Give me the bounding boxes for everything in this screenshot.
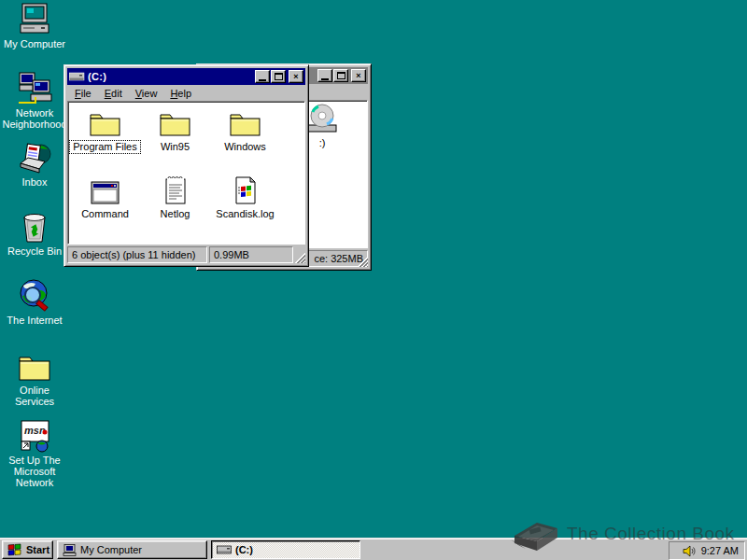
- folder-icon: [90, 105, 120, 137]
- recycle-bin-icon: [19, 210, 50, 244]
- taskbar: Start My Computer (C:): [0, 538, 747, 560]
- folder-icon: [230, 105, 261, 137]
- inbox-icon: [17, 141, 52, 175]
- desktop-icon-label: Recycle Bin: [7, 245, 62, 257]
- desktop-icon-label: The Internet: [7, 315, 62, 326]
- speaker-icon: [683, 545, 696, 557]
- resize-grip[interactable]: [293, 251, 305, 263]
- start-label: Start: [26, 544, 49, 555]
- file-item-netlog[interactable]: Netlog: [140, 173, 210, 220]
- desktop-icon-msn-setup[interactable]: msn Set Up The Microsoft Network: [0, 419, 69, 488]
- file-item-command[interactable]: Command: [70, 173, 140, 220]
- desktop-icon-label: Network Neighborhood: [1, 107, 68, 130]
- c-window-statusbar: 6 object(s) (plus 11 hidden) 0.99MB: [67, 246, 305, 263]
- file-label: Netlog: [158, 208, 193, 220]
- windows-flag-icon: [7, 543, 22, 556]
- file-item-scandisk-log[interactable]: Scandisk.log: [210, 173, 280, 220]
- desktop-icon-label: Set Up The Microsoft Network: [1, 455, 68, 488]
- desktop-icon-the-internet[interactable]: The Internet: [0, 279, 69, 326]
- start-button[interactable]: Start: [2, 540, 53, 559]
- desktop-icon-my-computer[interactable]: My Computer: [0, 3, 69, 49]
- the-internet-icon: [17, 279, 52, 313]
- c-drive-window[interactable]: (C:) × File Edit View Help: [63, 64, 309, 267]
- file-label: Scandisk.log: [213, 208, 276, 220]
- close-button[interactable]: ×: [351, 69, 366, 82]
- notepad-document-icon: [164, 173, 187, 204]
- system-tray[interactable]: 9:27 AM: [669, 541, 745, 560]
- maximize-button[interactable]: [333, 69, 348, 82]
- c-window-menubar: File Edit View Help: [67, 85, 305, 101]
- my-computer-small-icon: [63, 544, 77, 556]
- c-window-title: (C:): [88, 71, 252, 82]
- status-size: 0.99MB: [209, 246, 293, 263]
- desktop-icon-inbox[interactable]: Inbox: [0, 141, 69, 188]
- file-label: Windows: [221, 141, 269, 153]
- log-document-icon: [234, 173, 257, 204]
- taskbar-task-my-computer[interactable]: My Computer: [57, 540, 207, 559]
- cd-drive-icon: [304, 103, 340, 134]
- network-neighborhood-icon: [17, 72, 52, 105]
- desktop-icon-network-neighborhood[interactable]: Network Neighborhood: [0, 72, 69, 130]
- file-label: Command: [78, 208, 132, 220]
- desktop-icon-recycle-bin[interactable]: Recycle Bin: [0, 210, 69, 257]
- maximize-button[interactable]: [271, 70, 286, 83]
- close-icon: ×: [293, 72, 298, 81]
- desktop[interactable]: My Computer Network Neighborhood: [0, 0, 747, 560]
- status-object-count: 6 object(s) (plus 11 hidden): [67, 246, 207, 263]
- desktop-icon-label: Inbox: [22, 176, 48, 188]
- menu-edit[interactable]: Edit: [98, 86, 129, 101]
- close-button[interactable]: ×: [289, 70, 303, 83]
- file-label: Win95: [158, 141, 192, 153]
- task-label: My Computer: [80, 544, 142, 555]
- tray-clock[interactable]: 9:27 AM: [701, 545, 739, 556]
- taskbar-task-c-drive[interactable]: (C:): [211, 540, 360, 559]
- online-services-folder-icon: [18, 349, 51, 383]
- menu-help[interactable]: Help: [163, 86, 198, 101]
- resize-grip[interactable]: [356, 255, 368, 267]
- drive-small-icon: [217, 545, 232, 554]
- folder-icon: [160, 105, 190, 137]
- file-item-program-files[interactable]: Program Files: [70, 105, 140, 153]
- desktop-icon-label: My Computer: [4, 38, 65, 49]
- msn-icon: msn: [18, 419, 51, 453]
- file-item-windows[interactable]: Windows: [210, 105, 280, 153]
- c-window-titlebar[interactable]: (C:) ×: [67, 68, 305, 85]
- c-window-content[interactable]: Program Files Win95: [67, 101, 305, 245]
- application-icon: [91, 173, 120, 204]
- cd-drive-label: :): [319, 137, 326, 148]
- desktop-icon-online-services[interactable]: Online Services: [0, 349, 69, 407]
- drive-icon: [69, 72, 85, 81]
- svg-text:msn: msn: [24, 425, 46, 436]
- menu-file[interactable]: File: [68, 86, 98, 101]
- close-icon: ×: [356, 71, 360, 80]
- minimize-button[interactable]: [255, 70, 270, 83]
- file-label: Program Files: [70, 141, 139, 153]
- file-item-win95[interactable]: Win95: [140, 105, 210, 153]
- minimize-button[interactable]: [317, 69, 332, 82]
- my-computer-icon: [18, 3, 51, 36]
- task-label: (C:): [235, 544, 253, 555]
- desktop-icon-label: Online Services: [1, 385, 68, 407]
- menu-view[interactable]: View: [129, 86, 164, 101]
